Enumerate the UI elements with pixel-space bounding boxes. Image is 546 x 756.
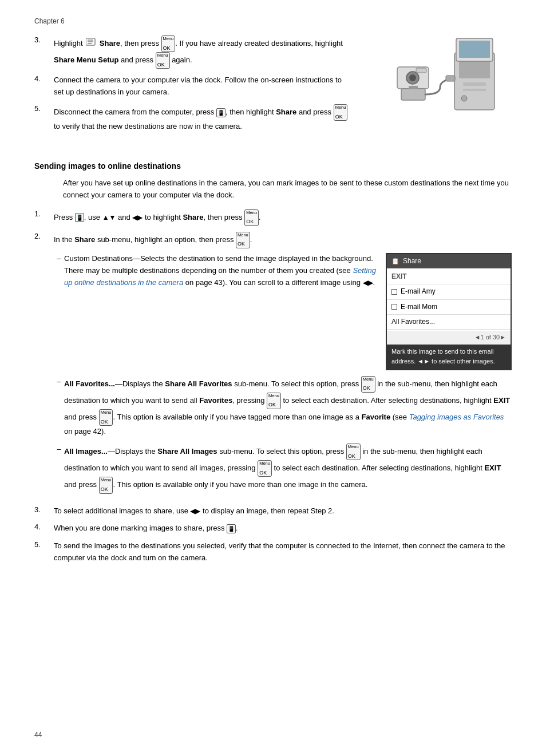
link-setting-up[interactable]: Setting up online destinations in the ca…: [64, 266, 376, 287]
step-5: Disconnect the camera from the computer,…: [34, 104, 351, 133]
bottom-step-1: Press 📱, use ▲▼ and ◀▶ to highlight Shar…: [34, 209, 512, 226]
camera-dock-svg: [366, 35, 509, 144]
all-images-content: All Images...—Displays the Share All Ima…: [64, 444, 512, 494]
share-menu-title: 📋 Share: [387, 254, 511, 268]
sub-item-all-favorites: – All Favorites...—Displays the Share Al…: [54, 376, 512, 438]
share-menu-footer: Mark this image to send to this email ad…: [387, 345, 511, 369]
share-bold-4: Share: [74, 235, 95, 244]
bottom-step-2: In the Share sub-menu, highlight an opti…: [34, 232, 512, 500]
camera-dock-illustration: [363, 35, 512, 144]
share-menu-email-amy: E-mail Amy: [387, 284, 511, 299]
share-btn-icon-1: 📱: [216, 108, 225, 117]
share-menu-counter: ◄1 of 30►: [387, 331, 511, 345]
step-3: Highlight Share, then press MenuOK. If y…: [34, 35, 351, 69]
all-favorites-content: All Favorites...—Displays the Share All …: [64, 376, 512, 438]
menu-ok-icon-11: MenuOK: [99, 477, 113, 493]
sub-item-custom: – Custom Destinations—Selects the destin…: [54, 253, 512, 370]
top-instructions: Highlight Share, then press MenuOK. If y…: [34, 35, 363, 138]
left-right-icon-1: ◀▶: [132, 212, 143, 223]
bottom-step-1-content: Press 📱, use ▲▼ and ◀▶ to highlight Shar…: [54, 209, 512, 226]
share-btn-icon-3: 📱: [227, 524, 236, 533]
share-list-icon: [86, 38, 96, 50]
bottom-step-5-content: To send the images to the destinations y…: [54, 540, 512, 564]
menu-ok-icon-6: MenuOK: [361, 376, 375, 393]
bottom-step-4-content: When you are done marking images to shar…: [54, 523, 512, 535]
share-menu-exit: EXIT: [387, 270, 511, 284]
exit-bold-1: EXIT: [493, 396, 510, 405]
share-all-images-bold: Share All Images: [157, 447, 217, 456]
menu-ok-icon-5: MenuOK: [236, 232, 250, 248]
sub-list: – Custom Destinations—Selects the destin…: [54, 253, 512, 494]
checkbox-amy: [391, 289, 397, 295]
menu-ok-icon-10: MenuOK: [258, 460, 272, 477]
sub-item-custom-content: Custom Destinations—Selects the destinat…: [64, 253, 512, 370]
menu-ok-icon-9: MenuOK: [346, 444, 361, 460]
top-section: Highlight Share, then press MenuOK. If y…: [34, 35, 512, 144]
menu-ok-icon-4: MenuOK: [244, 209, 259, 226]
svg-rect-16: [409, 86, 418, 89]
page-number: 44: [34, 731, 42, 739]
step-4: Connect the camera to your computer via …: [34, 74, 351, 98]
menu-ok-icon-7: MenuOK: [267, 393, 281, 409]
bottom-step-2-content: In the Share sub-menu, highlight an opti…: [54, 232, 512, 500]
custom-dest-text: Custom Destinations—Selects the destinat…: [64, 253, 378, 288]
bottom-step-5: To send the images to the destinations y…: [34, 540, 512, 564]
menu-ok-icon-3: MenuOK: [334, 104, 348, 121]
share-menu-icon: 📋: [391, 256, 399, 267]
step-3-content: Highlight Share, then press MenuOK. If y…: [54, 35, 351, 69]
exit-bold-2: EXIT: [484, 464, 501, 472]
bottom-step-3-content: To select additional images to share, us…: [54, 505, 512, 517]
all-favorites-bold: All Favorites...: [64, 379, 115, 388]
share-bold-3: Share: [183, 213, 203, 221]
all-images-bold: All Images...: [64, 447, 108, 456]
dash-2: –: [54, 376, 64, 388]
share-menu-box: 📋 Share EXIT E-mail Amy: [386, 253, 512, 370]
bottom-step-4: When you are done marking images to shar…: [34, 523, 512, 535]
top-steps-list: Highlight Share, then press MenuOK. If y…: [34, 35, 351, 133]
menu-ok-icon-1: MenuOK: [161, 35, 176, 52]
share-menu-all-favorites: All Favorites...: [387, 315, 511, 330]
share-menu-email-mom: E-mail Mom: [387, 300, 511, 315]
share-menu-items: EXIT E-mail Amy E-mail Mom: [387, 268, 511, 331]
dash-3: –: [54, 444, 64, 456]
left-right-icon-2: ◀▶: [363, 278, 373, 288]
step-5-content: Disconnect the camera from the computer,…: [54, 104, 351, 133]
svg-rect-14: [416, 68, 426, 73]
share-menu-setup-bold: Share Menu Setup: [54, 56, 118, 64]
svg-rect-10: [459, 41, 490, 58]
dash-1: –: [54, 253, 64, 265]
svg-point-13: [409, 74, 416, 81]
section-heading: Sending images to online destinations: [34, 161, 512, 171]
share-btn-icon-2: 📱: [75, 213, 84, 222]
bottom-section: Press 📱, use ▲▼ and ◀▶ to highlight Shar…: [34, 209, 512, 564]
svg-point-6: [461, 96, 467, 101]
section-intro: After you have set up online destination…: [63, 177, 512, 201]
svg-rect-17: [446, 76, 455, 81]
share-all-favorites-bold: Share All Favorites: [165, 379, 232, 388]
chapter-label: Chapter 6: [34, 17, 512, 25]
up-down-icon: ▲▼: [102, 212, 116, 223]
bottom-steps-list: Press 📱, use ▲▼ and ◀▶ to highlight Shar…: [34, 209, 512, 564]
share-bold: Share: [100, 39, 120, 48]
menu-ok-icon-8: MenuOK: [99, 409, 113, 426]
menu-ok-icon-2: MenuOK: [156, 52, 170, 69]
sub-item-all-images: – All Images...—Displays the Share All I…: [54, 444, 512, 494]
favorites-bold: Favorites: [199, 396, 232, 405]
svg-rect-8: [463, 89, 486, 91]
left-right-icon-3: ◀▶: [190, 506, 200, 517]
bottom-step-3: To select additional images to share, us…: [34, 505, 512, 517]
favorite-bold: Favorite: [362, 413, 391, 421]
share-bold-2: Share: [276, 108, 296, 116]
checkbox-mom: [391, 304, 397, 310]
link-tagging-favorites[interactable]: Tagging images as Favorites: [409, 413, 504, 421]
svg-rect-15: [401, 89, 425, 100]
step-4-content: Connect the camera to your computer via …: [54, 74, 351, 98]
svg-rect-7: [463, 82, 486, 86]
